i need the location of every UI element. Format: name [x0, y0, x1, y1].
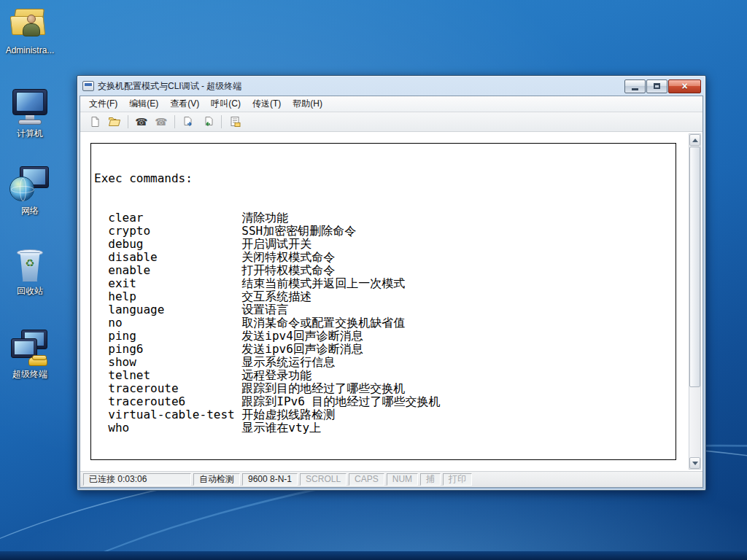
vertical-scrollbar[interactable] — [689, 133, 701, 470]
command-description: 设置语言 — [241, 303, 288, 316]
desktop-icon-computer[interactable]: 计算机 — [3, 88, 57, 139]
command-description: 结束当前模式并返回上一次模式 — [241, 276, 405, 290]
status-detect: 自动检测 — [193, 473, 240, 486]
command-name: disable — [108, 251, 241, 264]
toolbar-separator — [174, 115, 175, 128]
command-name: exit — [108, 277, 241, 290]
command-description: 开启调试开关 — [241, 237, 311, 251]
close-icon: × — [681, 81, 687, 91]
desktop-icon-network[interactable]: 网络 — [3, 165, 57, 216]
status-baud: 9600 8-N-1 — [242, 473, 298, 486]
exec-command-row: show显示系统运行信息 — [94, 356, 673, 369]
terminal-screen[interactable]: Exec commands: clear清除功能cryptoSSH加密密钥删除命… — [90, 143, 676, 460]
window-titlebar[interactable]: 交换机配置模式与CLI调试 - 超级终端 × — [80, 78, 703, 96]
scroll-up-button[interactable] — [689, 134, 700, 146]
command-description: 远程登录功能 — [241, 368, 311, 382]
receive-button[interactable] — [199, 114, 217, 130]
exec-command-row: debug开启调试开关 — [94, 238, 673, 251]
command-name: telnet — [108, 369, 241, 382]
exec-command-row: who显示谁在vty上 — [94, 421, 673, 435]
command-name: help — [108, 290, 241, 303]
command-name: show — [108, 356, 241, 369]
hyperterminal-window: 交换机配置模式与CLI调试 - 超级终端 × 文件(F) 编辑(E) 查看(V)… — [77, 75, 706, 491]
status-caps: CAPS — [349, 473, 384, 486]
desktop-icon-administrator[interactable]: Administra... — [3, 4, 57, 55]
command-name: debug — [108, 238, 241, 251]
toolbar: ☎ ☎ — [80, 112, 703, 132]
call-icon: ☎ — [135, 117, 147, 127]
receive-file-icon — [202, 116, 214, 128]
exec-command-list: clear清除功能cryptoSSH加密密钥删除命令debug开启调试开关dis… — [94, 211, 673, 435]
recycle-bin-icon: ♻ — [9, 245, 50, 284]
properties-button[interactable] — [226, 114, 244, 130]
command-name: ping6 — [108, 343, 241, 356]
call-button[interactable]: ☎ — [133, 114, 150, 130]
command-name: language — [108, 303, 241, 316]
desktop-icon-recycle-bin[interactable]: ♻ 回收站 — [3, 245, 57, 296]
exec-command-row: virtual-cable-test开始虚拟线路检测 — [94, 408, 673, 421]
network-globe-icon — [9, 165, 50, 204]
status-capture: 捕 — [420, 473, 441, 486]
menu-item-view[interactable]: 查看(V) — [164, 96, 205, 112]
command-name: traceroute — [108, 382, 241, 395]
menu-item-call[interactable]: 呼叫(C) — [205, 96, 247, 112]
properties-icon — [229, 116, 241, 128]
background-band — [0, 551, 747, 560]
new-connection-icon — [89, 116, 101, 128]
desktop-icon-label: 回收站 — [3, 286, 57, 296]
terminal-client-area: Exec commands: clear清除功能cryptoSSH加密密钥删除命… — [80, 132, 703, 471]
command-description: 交互系统描述 — [241, 289, 311, 303]
desktop-icon-label: Administra... — [3, 45, 57, 55]
new-connection-button[interactable] — [86, 114, 104, 130]
status-num: NUM — [387, 473, 418, 486]
send-button[interactable] — [179, 114, 197, 130]
exec-command-row: exit结束当前模式并返回上一次模式 — [94, 277, 673, 290]
folder-user-icon — [9, 4, 50, 44]
open-button[interactable] — [106, 114, 123, 130]
window-title: 交换机配置模式与CLI调试 - 超级终端 — [98, 80, 621, 93]
exec-command-row: disable关闭特权模式命令 — [94, 251, 673, 264]
menu-item-edit[interactable]: 编辑(E) — [123, 96, 164, 112]
close-button[interactable]: × — [668, 79, 701, 93]
command-description: SSH加密密钥删除命令 — [241, 224, 356, 238]
chevron-up-icon — [692, 139, 698, 142]
command-description: 跟踪到IPv6 目的地经过了哪些交换机 — [241, 394, 440, 408]
command-name: virtual-cable-test — [108, 408, 241, 421]
toolbar-separator — [128, 115, 128, 128]
command-description: 发送ipv6回声诊断消息 — [241, 342, 363, 356]
open-folder-icon — [108, 116, 121, 128]
exec-command-row: no取消某命令或配置交换机缺省值 — [94, 316, 673, 330]
status-scroll: SCROLL — [300, 473, 347, 486]
command-name: crypto — [108, 225, 241, 238]
command-description: 关闭特权模式命令 — [241, 250, 335, 264]
scrollbar-thumb[interactable] — [689, 147, 700, 387]
exec-command-row: clear清除功能 — [94, 211, 673, 225]
minimize-button[interactable] — [624, 79, 646, 93]
send-file-icon — [182, 116, 194, 128]
desktop-icon-label: 计算机 — [3, 128, 57, 139]
terminal-header-line: Exec commands: — [94, 172, 673, 185]
toolbar-separator — [221, 115, 222, 128]
command-description: 取消某命令或配置交换机缺省值 — [241, 316, 405, 330]
command-description: 显示系统运行信息 — [241, 355, 335, 369]
command-name: enable — [108, 264, 241, 277]
maximize-button[interactable] — [646, 79, 667, 93]
hangup-button[interactable]: ☎ — [152, 114, 170, 130]
command-description: 清除功能 — [241, 211, 288, 225]
command-name: clear — [108, 211, 241, 225]
menu-item-file[interactable]: 文件(F) — [83, 96, 123, 112]
status-bar: 已连接 0:03:06 自动检测 9600 8-N-1 SCROLL CAPS … — [80, 471, 703, 487]
command-name: who — [108, 421, 241, 435]
status-connection: 已连接 0:03:06 — [83, 473, 191, 486]
menu-item-help[interactable]: 帮助(H) — [287, 96, 328, 112]
exec-command-row: enable打开特权模式命令 — [94, 264, 673, 277]
desktop-icon-hyperterminal[interactable]: 超级终端 — [3, 328, 57, 379]
menu-item-transfer[interactable]: 传送(T) — [247, 96, 287, 112]
chevron-down-icon — [692, 462, 698, 465]
command-description: 跟踪到目的地经过了哪些交换机 — [241, 381, 405, 395]
command-name: traceroute6 — [108, 395, 241, 408]
command-description: 开始虚拟线路检测 — [241, 408, 335, 421]
scroll-down-button[interactable] — [689, 457, 700, 469]
exec-command-row: language设置语言 — [94, 303, 673, 316]
exec-command-row: traceroute跟踪到目的地经过了哪些交换机 — [94, 382, 673, 395]
